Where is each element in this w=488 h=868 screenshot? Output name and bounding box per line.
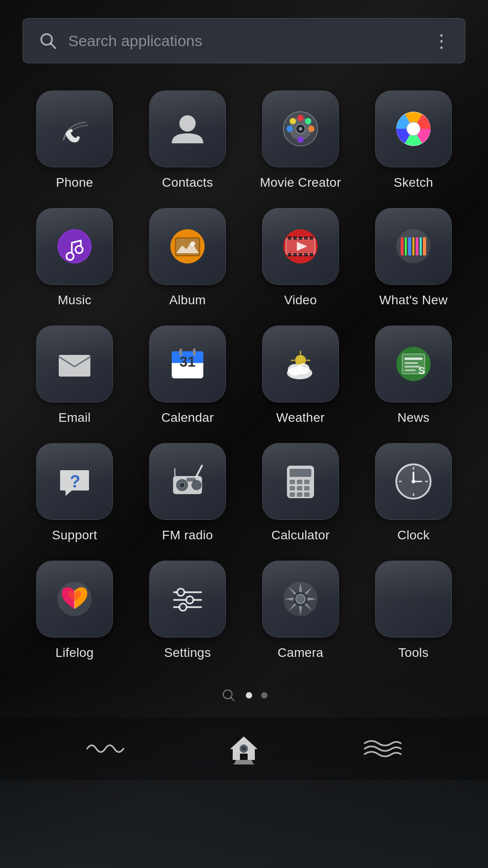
page-dot-active[interactable]	[246, 692, 252, 698]
app-item-fm-radio[interactable]: FM radio	[136, 443, 239, 542]
fm-radio-label: FM radio	[162, 528, 213, 542]
lifelog-icon	[36, 561, 113, 637]
app-item-sketch[interactable]: Sketch	[361, 90, 465, 190]
music-label: Music	[58, 293, 92, 307]
svg-text:?: ?	[70, 472, 80, 491]
page-indicators	[23, 687, 465, 703]
svg-point-99	[179, 604, 187, 611]
svg-rect-80	[304, 486, 310, 491]
svg-rect-75	[290, 480, 295, 484]
svg-rect-27	[304, 236, 308, 240]
app-item-video[interactable]: Video	[249, 208, 352, 307]
app-item-calendar[interactable]: 31 Calendar	[136, 326, 239, 425]
contacts-icon	[149, 90, 226, 167]
movie-creator-label: Movie Creator	[260, 175, 341, 190]
svg-point-107	[242, 746, 246, 751]
wave-right-icon	[362, 735, 403, 762]
bottom-nav	[0, 717, 488, 780]
svg-point-97	[186, 596, 193, 604]
svg-rect-74	[290, 469, 311, 477]
clock-label: Clock	[397, 528, 430, 542]
nav-back-button[interactable]	[83, 731, 128, 767]
search-input[interactable]	[68, 32, 432, 50]
whats-new-label: What's New	[379, 293, 448, 307]
app-item-phone[interactable]: Phone	[23, 90, 127, 190]
support-icon: ?	[36, 443, 113, 520]
svg-rect-38	[408, 237, 411, 255]
phone-icon	[36, 90, 113, 167]
more-options-icon[interactable]: ⋮	[432, 30, 451, 51]
svg-point-70	[179, 482, 185, 488]
app-item-lifelog[interactable]: Lifelog	[23, 561, 127, 660]
app-item-tools[interactable]: Tools	[361, 561, 465, 660]
svg-point-8	[308, 126, 314, 132]
svg-rect-79	[297, 486, 302, 491]
calendar-icon: 31	[149, 326, 226, 402]
svg-rect-77	[304, 480, 310, 484]
app-item-email[interactable]: Email	[23, 326, 127, 425]
contacts-label: Contacts	[162, 175, 213, 190]
page-dot-inactive[interactable]	[261, 692, 267, 698]
sketch-icon	[375, 90, 452, 167]
svg-point-10	[305, 118, 311, 124]
svg-rect-40	[416, 237, 418, 255]
email-icon	[36, 326, 113, 402]
search-icon	[37, 29, 59, 52]
sketch-label: Sketch	[394, 175, 433, 190]
svg-line-67	[197, 466, 202, 476]
email-label: Email	[58, 410, 91, 425]
app-item-music[interactable]: Music	[23, 208, 127, 307]
nav-recent-button[interactable]	[360, 731, 405, 767]
svg-rect-26	[299, 236, 302, 240]
svg-rect-48	[179, 349, 182, 356]
home-icon	[227, 732, 261, 766]
app-item-weather[interactable]: Weather	[249, 326, 352, 425]
calculator-label: Calculator	[271, 528, 329, 542]
svg-point-95	[177, 589, 184, 596]
lifelog-label: Lifelog	[56, 646, 94, 660]
app-item-news[interactable]: S News	[361, 326, 465, 425]
clock-icon	[375, 443, 452, 520]
svg-rect-41	[420, 237, 422, 255]
svg-rect-81	[290, 492, 295, 497]
video-icon	[262, 208, 339, 285]
svg-point-102	[296, 594, 305, 604]
tools-label: Tools	[399, 646, 429, 660]
svg-line-105	[231, 698, 234, 701]
phone-label: Phone	[56, 175, 93, 190]
svg-rect-60	[404, 358, 422, 360]
svg-point-7	[286, 126, 293, 132]
news-label: News	[397, 410, 429, 425]
svg-rect-37	[405, 237, 407, 255]
whats-new-icon	[375, 208, 452, 285]
app-item-clock[interactable]: Clock	[361, 443, 465, 542]
svg-rect-78	[290, 486, 295, 491]
app-item-calculator[interactable]: Calculator	[249, 443, 352, 542]
app-item-contacts[interactable]: Contacts	[136, 90, 239, 190]
wave-left-icon	[85, 737, 126, 760]
app-item-camera[interactable]: Camera	[249, 561, 352, 660]
svg-rect-49	[193, 349, 196, 356]
settings-icon	[149, 561, 226, 637]
svg-point-9	[290, 118, 296, 124]
nav-home-button[interactable]	[221, 731, 267, 767]
app-item-album[interactable]: Album	[136, 208, 239, 307]
svg-rect-83	[304, 492, 310, 497]
camera-icon	[262, 561, 339, 637]
svg-rect-30	[293, 253, 297, 256]
calendar-label: Calendar	[161, 410, 214, 425]
app-item-movie-creator[interactable]: Movie Creator	[249, 90, 352, 190]
svg-point-12	[299, 127, 302, 131]
svg-rect-32	[304, 253, 308, 256]
app-item-whats-new[interactable]: What's New	[361, 208, 465, 307]
svg-rect-42	[423, 237, 426, 255]
svg-rect-103	[391, 576, 436, 622]
svg-point-21	[191, 241, 195, 246]
app-item-support[interactable]: ? Support	[23, 443, 127, 542]
camera-label: Camera	[277, 646, 323, 660]
search-bar[interactable]: ⋮	[23, 18, 465, 63]
album-label: Album	[169, 293, 206, 307]
svg-rect-28	[310, 236, 313, 240]
svg-point-91	[412, 480, 415, 483]
app-item-settings[interactable]: Settings	[136, 561, 239, 660]
